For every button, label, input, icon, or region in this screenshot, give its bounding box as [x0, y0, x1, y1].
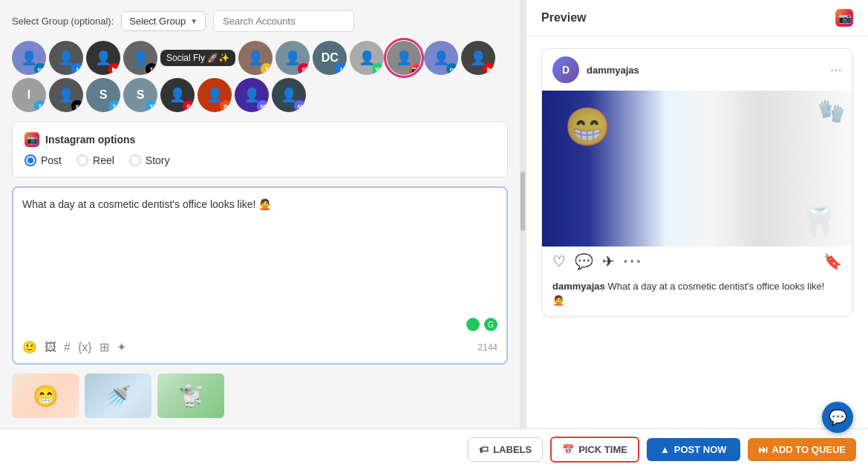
caption-toolbar: 🙂 🖼 # {x} ⊞ ✦ — [22, 340, 126, 354]
pick-time-button[interactable]: 📅 PICK TIME — [550, 437, 639, 463]
preview-content: D dammyajas ⋯ 🦷 😁 🧤 — [526, 36, 868, 428]
grid-icon[interactable]: ⊞ — [99, 340, 109, 354]
thumbnail-3[interactable]: 🐩 — [157, 373, 224, 418]
thumbnail-1[interactable]: 😁 — [12, 373, 79, 418]
bottom-toolbar: 🏷 LABELS 📅 PICK TIME ▲ POST NOW ⏭ ADD TO… — [0, 428, 868, 470]
gloves-icon: 🧤 — [818, 98, 845, 124]
account-avatar[interactable]: 👤 M — [235, 78, 269, 112]
scroll-divider — [520, 0, 526, 428]
emoji-icon[interactable]: 🙂 — [22, 340, 37, 354]
ig-user-info: D dammyajas — [552, 56, 639, 83]
ig-avatar: D — [552, 56, 579, 83]
post-now-label: POST NOW — [674, 444, 727, 455]
select-group-dropdown[interactable]: Select Group ▼ — [121, 11, 206, 31]
grammarly-green-icon — [466, 318, 480, 331]
labels-label: LABELS — [493, 444, 532, 455]
account-avatar[interactable]: I T — [12, 78, 46, 112]
account-avatar[interactable]: 👤 M — [272, 78, 306, 112]
left-panel: Select Group (optional): Select Group ▼ … — [0, 0, 520, 428]
ig-options-title: 📷 Instagram options — [25, 132, 495, 147]
search-accounts-input[interactable] — [213, 10, 354, 32]
account-avatar[interactable]: 👤 in — [12, 41, 46, 75]
more-options-icon[interactable]: ⋯ — [830, 63, 842, 77]
grammarly-g-icon: G — [484, 318, 497, 331]
account-avatar[interactable]: 👤 ▶ — [461, 41, 495, 75]
queue-icon: ⏭ — [758, 444, 768, 455]
thumb-1-img: 😁 — [12, 373, 79, 418]
upload-icon: ▲ — [660, 444, 670, 455]
reel-radio[interactable]: Reel — [76, 154, 114, 166]
instagram-options-box: 📷 Instagram options Post Reel Story — [12, 121, 508, 177]
thumbnail-2[interactable]: 🚿 — [85, 373, 151, 418]
char-count: 2144 — [477, 342, 497, 353]
ig-options-label: Instagram options — [45, 134, 135, 146]
share-icon[interactable]: ✈ — [602, 252, 615, 270]
accounts-grid: 👤 in 👤 f 👤 ▶ 👤 T Social Fly 🚀✨ — [12, 41, 508, 112]
account-avatar[interactable]: 👤 P — [275, 41, 310, 75]
reel-radio-indicator — [76, 154, 88, 166]
account-avatar[interactable]: 👤 T — [123, 41, 157, 75]
image-thumbnails: 😁 🚿 🐩 — [12, 373, 508, 418]
social-fly-tooltip-container: Social Fly 🚀✨ — [160, 50, 235, 66]
ig-username: dammyajas — [587, 65, 639, 76]
variable-icon[interactable]: {x} — [78, 341, 92, 354]
labels-button[interactable]: 🏷 LABELS — [468, 437, 543, 462]
story-radio[interactable]: Story — [129, 154, 170, 166]
more-icon[interactable]: • • • — [624, 255, 640, 267]
caption-input[interactable]: What a day at a cosmetic dentist's offic… — [22, 197, 497, 318]
preview-header: Preview 📷 — [526, 0, 868, 36]
ig-post-header: D dammyajas ⋯ — [542, 49, 852, 91]
save-icon[interactable]: 🔖 — [823, 252, 842, 270]
labels-icon: 🏷 — [479, 444, 489, 455]
account-avatar[interactable]: 👤 in — [424, 41, 458, 75]
social-fly-label: Social Fly 🚀✨ — [166, 53, 229, 63]
post-radio[interactable]: Post — [25, 154, 62, 166]
account-avatar[interactable]: 👤 W — [350, 41, 384, 75]
calendar-icon: 📅 — [562, 444, 574, 455]
account-avatar[interactable]: DC f — [313, 41, 347, 75]
ig-caption-username: dammyajas — [552, 281, 605, 292]
add-to-queue-button[interactable]: ⏭ ADD TO QUEUE — [748, 438, 856, 461]
account-avatar[interactable]: S T — [86, 78, 120, 112]
account-avatar[interactable]: 👤 f — [49, 41, 83, 75]
comment-icon[interactable]: 💬 — [575, 252, 593, 270]
ig-avatar-inner: D — [552, 56, 579, 83]
account-avatar[interactable]: 👤 T — [238, 41, 273, 75]
like-icon[interactable]: ♡ — [552, 252, 566, 270]
ig-caption-emoji: 🙅 — [552, 295, 564, 306]
reel-label: Reel — [93, 154, 114, 166]
preview-title: Preview — [541, 11, 586, 25]
post-label: Post — [41, 154, 62, 166]
ig-post-actions: ♡ 💬 ✈ • • • 🔖 — [542, 247, 852, 276]
story-label: Story — [146, 154, 170, 166]
account-avatar[interactable]: 👤 R — [198, 78, 232, 112]
scroll-thumb[interactable] — [521, 172, 525, 231]
add-queue-label: ADD TO QUEUE — [772, 444, 846, 455]
ig-post-image: 🦷 😁 🧤 — [542, 91, 852, 247]
account-avatar[interactable]: 👤 📷 — [387, 41, 421, 75]
select-group-label: Select Group (optional): — [12, 16, 114, 27]
image-icon[interactable]: 🖼 — [45, 341, 56, 354]
post-now-button[interactable]: ▲ POST NOW — [647, 438, 740, 461]
smile-icon: 😁 — [564, 105, 610, 148]
ig-post-card: D dammyajas ⋯ 🦷 😁 🧤 — [541, 48, 853, 317]
ig-caption-text: dammyajas What a day at a cosmetic denti… — [552, 281, 824, 306]
main-layout: Select Group (optional): Select Group ▼ … — [0, 0, 868, 428]
top-controls: Select Group (optional): Select Group ▼ — [12, 10, 508, 32]
account-avatar[interactable]: 👤 ▶ — [86, 41, 120, 75]
instagram-icon: 📷 — [25, 132, 39, 147]
right-panel: Preview 📷 D dammyajas ⋯ — [526, 0, 868, 428]
ai-icon[interactable]: ✦ — [117, 340, 126, 354]
account-avatar[interactable]: S T — [123, 78, 157, 112]
thumb-3-img: 🐩 — [157, 373, 224, 418]
caption-box: What a day at a cosmetic dentist's offic… — [12, 186, 508, 365]
pick-time-label: PICK TIME — [578, 444, 627, 455]
account-avatar[interactable]: 👤 X — [49, 78, 83, 112]
story-radio-indicator — [129, 154, 141, 166]
account-avatar[interactable]: 👤 P — [160, 78, 195, 112]
hashtag-icon[interactable]: # — [64, 341, 71, 354]
thumb-2-img: 🚿 — [85, 373, 151, 418]
social-fly-tooltip: Social Fly 🚀✨ — [160, 50, 235, 66]
preview-instagram-icon: 📷 — [835, 9, 853, 27]
chat-support-button[interactable]: 💬 — [822, 402, 853, 433]
